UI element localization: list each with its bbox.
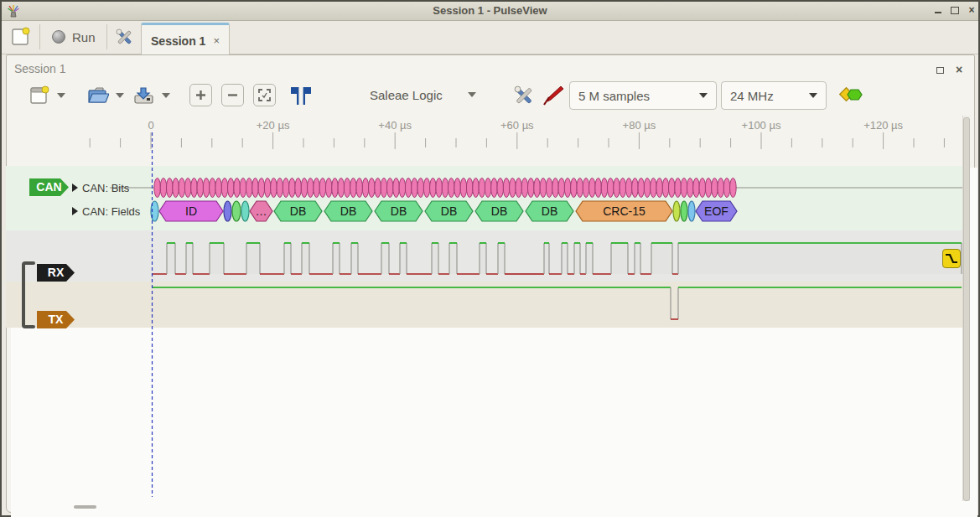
dock-float-icon[interactable] <box>936 65 944 76</box>
dock-close-icon[interactable]: × <box>956 63 962 76</box>
plus-icon <box>194 89 207 101</box>
device-selector[interactable]: Saleae Logic <box>370 81 476 108</box>
main-toolbar: Run Session 1 × <box>2 21 978 54</box>
run-button-label: Run <box>72 30 96 44</box>
save-dropdown-arrow[interactable] <box>162 93 170 98</box>
sample-count-dropdown-arrow <box>699 93 708 98</box>
ruler-label: 0 <box>148 119 153 132</box>
tab-label: Session 1 <box>151 34 205 48</box>
save-button[interactable] <box>132 81 170 110</box>
run-button[interactable]: Run <box>45 25 102 49</box>
ruler-label: +100 µs <box>742 119 781 132</box>
expander-can-bits[interactable] <box>72 184 78 192</box>
sample-rate-value: 24 MHz <box>730 89 774 103</box>
tab-session-1[interactable]: Session 1 × <box>141 23 230 56</box>
probe-icon <box>541 84 564 107</box>
decoder-icon <box>839 85 864 104</box>
capture-toolbar: Saleae Logic 5 M samples <box>7 79 974 114</box>
row-label-can-fields: CAN: Fields <box>82 205 140 218</box>
close-button[interactable]: × <box>964 4 979 17</box>
zoom-fit-icon <box>258 89 271 101</box>
ruler-label: +40 µs <box>378 119 412 132</box>
wrench-screwdriver-icon <box>512 84 536 107</box>
pulseview-window: Session 1 - PulseView × Run Session 1 <box>0 0 980 517</box>
trigger-marker[interactable] <box>942 249 961 268</box>
open-dropdown-arrow[interactable] <box>116 93 124 98</box>
toolbar-separator <box>106 24 107 49</box>
zoom-fit-button[interactable] <box>253 84 276 106</box>
open-button[interactable] <box>86 81 124 110</box>
title-bar[interactable]: Session 1 - PulseView × <box>2 2 978 21</box>
save-icon <box>132 85 155 106</box>
tab-close-icon[interactable]: × <box>213 34 220 47</box>
sample-rate-combo[interactable]: 24 MHz <box>721 81 827 110</box>
new-session-icon <box>10 26 32 48</box>
wrench-screwdriver-icon <box>114 27 135 48</box>
minimize-button[interactable] <box>931 4 946 17</box>
falling-edge-icon <box>943 250 960 267</box>
ruler-label: +60 µs <box>500 119 534 132</box>
row-label-can-bits: CAN: Bits <box>82 182 129 194</box>
sample-count-value: 5 M samples <box>578 89 650 103</box>
window-title: Session 1 - PulseView <box>2 4 978 17</box>
open-folder-icon <box>86 85 109 106</box>
run-state-icon <box>52 30 65 44</box>
device-dropdown-arrow <box>468 92 476 97</box>
add-decoder-button[interactable] <box>839 85 864 107</box>
sample-count-combo[interactable]: 5 M samples <box>569 81 717 110</box>
tx-row-background <box>6 282 963 328</box>
channels-button[interactable] <box>541 84 564 111</box>
zoom-out-button[interactable] <box>221 84 244 106</box>
expander-can-fields[interactable] <box>72 207 78 215</box>
new-view-button[interactable] <box>29 81 65 110</box>
rx-row-background <box>6 230 963 282</box>
ruler-label: +80 µs <box>623 119 656 132</box>
dock-title: Session 1 <box>14 62 65 75</box>
horizontal-scrollbar-thumb[interactable] <box>74 505 96 509</box>
configure-device-button[interactable] <box>512 84 536 111</box>
new-view-icon <box>29 85 50 106</box>
device-name: Saleae Logic <box>370 88 443 102</box>
settings-button[interactable] <box>114 27 135 51</box>
new-view-dropdown-arrow[interactable] <box>57 93 65 98</box>
minus-icon <box>226 89 239 101</box>
toolbar-separator <box>39 24 40 49</box>
cursors-flags-icon <box>289 85 313 106</box>
channel-group-bracket <box>20 261 37 329</box>
zoom-in-button[interactable] <box>189 84 212 106</box>
maximize-button[interactable] <box>947 4 962 17</box>
sample-rate-dropdown-arrow <box>809 93 817 98</box>
new-session-button[interactable] <box>10 26 32 48</box>
decoder-row-background <box>6 166 963 230</box>
ruler-label: +120 µs <box>863 119 903 132</box>
show-cursors-button[interactable] <box>289 85 313 109</box>
can-group-tag[interactable]: CAN <box>29 178 69 196</box>
vertical-scrollbar[interactable] <box>962 116 970 501</box>
ruler-label: +20 µs <box>257 119 290 132</box>
